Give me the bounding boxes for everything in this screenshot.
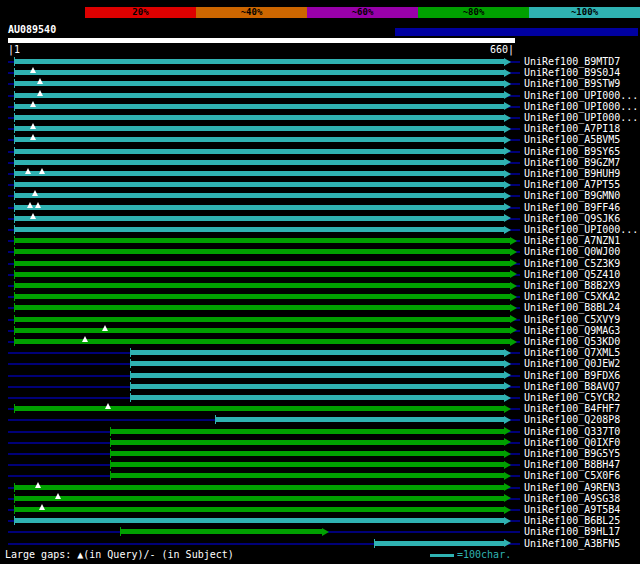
hsp-bar[interactable]	[14, 249, 510, 254]
query-gap-marker-icon	[35, 202, 41, 208]
hsp-bar[interactable]	[14, 59, 504, 64]
hsp-bar[interactable]	[14, 149, 504, 154]
hsp-bar[interactable]	[14, 171, 504, 176]
hsp-bar[interactable]	[14, 137, 504, 142]
hit-label[interactable]: UniRef100_B9GMN0	[524, 190, 620, 201]
hsp-bar[interactable]	[110, 451, 504, 456]
hit-label[interactable]: UniRef100_B9SY65	[524, 146, 620, 157]
hsp-bar[interactable]	[14, 261, 510, 266]
hit-label[interactable]: UniRef100_B9S0J4	[524, 67, 620, 78]
alignment-row: UniRef100_B8BL24	[0, 302, 640, 313]
hsp-bar[interactable]	[14, 272, 510, 277]
hsp-direction-arrow-icon	[504, 80, 511, 88]
hit-label[interactable]: UniRef100_B9HL17	[524, 526, 620, 537]
large-gaps-legend: Large gaps: ▲(in Query)/- (in Subject)	[5, 549, 234, 560]
hsp-bar[interactable]	[14, 227, 504, 232]
hit-label[interactable]: UniRef100_Q0IXF0	[524, 437, 620, 448]
hsp-bar[interactable]	[14, 339, 510, 344]
hit-label[interactable]: UniRef100_A7PT55	[524, 179, 620, 190]
hit-label[interactable]: UniRef100_A7PI18	[524, 123, 620, 134]
hit-label[interactable]: UniRef100_B9HUH9	[524, 168, 620, 179]
hit-label[interactable]: UniRef100_C5YCR2	[524, 392, 620, 403]
hit-label[interactable]: UniRef100_A9SG38	[524, 493, 620, 504]
hsp-bar[interactable]	[14, 518, 504, 523]
hit-label[interactable]: UniRef100_B8BH47	[524, 459, 620, 470]
hit-label[interactable]: UniRef100_B9FF46	[524, 202, 620, 213]
hit-label[interactable]: UniRef100_C5XKA2	[524, 291, 620, 302]
hit-label[interactable]: UniRef100_Q7XML5	[524, 347, 620, 358]
hit-label[interactable]: UniRef100_B8AVQ7	[524, 381, 620, 392]
hsp-bar[interactable]	[14, 485, 504, 490]
hsp-bar[interactable]	[14, 216, 504, 221]
alignment-row: UniRef100_Q53KD0	[0, 336, 640, 347]
hit-label[interactable]: UniRef100_B4FHF7	[524, 403, 620, 414]
hsp-bar[interactable]	[14, 294, 510, 299]
hsp-bar[interactable]	[130, 373, 504, 378]
hit-label[interactable]: UniRef100_B8B2X9	[524, 280, 620, 291]
hsp-bar[interactable]	[14, 496, 504, 501]
hsp-bar[interactable]	[14, 205, 504, 210]
hit-label[interactable]: UniRef100_B9FDX6	[524, 370, 620, 381]
hsp-direction-arrow-icon	[504, 405, 511, 413]
hsp-bar[interactable]	[14, 238, 510, 243]
hit-label[interactable]: UniRef100_B9MTD7	[524, 56, 620, 67]
hsp-bar[interactable]	[14, 93, 504, 98]
hsp-bar[interactable]	[14, 328, 510, 333]
hsp-bar[interactable]	[14, 81, 504, 86]
hsp-bar[interactable]	[130, 395, 504, 400]
hit-label[interactable]: UniRef100_Q0WJ00	[524, 246, 620, 257]
hsp-bar[interactable]	[14, 406, 504, 411]
hsp-bar[interactable]	[110, 473, 504, 478]
hit-label[interactable]: UniRef100_Q5Z410	[524, 269, 620, 280]
hsp-bar[interactable]	[110, 440, 504, 445]
hit-label[interactable]: UniRef100_UPI000...	[524, 224, 638, 235]
hit-label[interactable]: UniRef100_Q53KD0	[524, 336, 620, 347]
alignment-row: UniRef100_UPI000...	[0, 90, 640, 101]
hit-label[interactable]: UniRef100_A9REN3	[524, 482, 620, 493]
hsp-bar[interactable]	[14, 283, 510, 288]
hit-label[interactable]: UniRef100_Q9SJK6	[524, 213, 620, 224]
hsp-bar[interactable]	[14, 507, 504, 512]
hsp-bar[interactable]	[110, 462, 504, 467]
hsp-bar[interactable]	[14, 115, 504, 120]
hsp-direction-arrow-icon	[504, 450, 511, 458]
hit-label[interactable]: UniRef100_Q337T0	[524, 426, 620, 437]
hit-label[interactable]: UniRef100_Q9MAG3	[524, 325, 620, 336]
hsp-bar[interactable]	[14, 160, 504, 165]
hsp-start-tick	[14, 158, 15, 167]
hsp-bar[interactable]	[120, 529, 322, 534]
hsp-bar[interactable]	[130, 361, 504, 366]
hit-label[interactable]: UniRef100_B6BL25	[524, 515, 620, 526]
hit-label[interactable]: UniRef100_A5BVM5	[524, 134, 620, 145]
hsp-bar[interactable]	[14, 182, 504, 187]
hsp-start-tick	[14, 135, 15, 144]
hit-label[interactable]: UniRef100_Q0JEW2	[524, 358, 620, 369]
hsp-bar[interactable]	[14, 305, 510, 310]
hsp-bar[interactable]	[14, 70, 504, 75]
hit-label[interactable]: UniRef100_C5X0F6	[524, 470, 620, 481]
hsp-bar[interactable]	[130, 384, 504, 389]
hit-label[interactable]: UniRef100_UPI000...	[524, 112, 638, 123]
hsp-bar[interactable]	[14, 193, 504, 198]
hit-label[interactable]: UniRef100_C5Z3K9	[524, 258, 620, 269]
hit-label[interactable]: UniRef100_B8BL24	[524, 302, 620, 313]
hit-label[interactable]: UniRef100_Q208P8	[524, 414, 620, 425]
hsp-start-tick	[110, 449, 111, 458]
hsp-bar[interactable]	[14, 104, 504, 109]
alignment-row: UniRef100_A7NZN1	[0, 235, 640, 246]
hit-label[interactable]: UniRef100_B9G5Y5	[524, 448, 620, 459]
hit-label[interactable]: UniRef100_UPI000...	[524, 90, 638, 101]
hsp-bar[interactable]	[215, 417, 504, 422]
hit-label[interactable]: UniRef100_UPI000...	[524, 101, 638, 112]
hsp-bar[interactable]	[374, 541, 503, 546]
hsp-bar[interactable]	[14, 126, 504, 131]
hsp-bar[interactable]	[110, 429, 504, 434]
hit-label[interactable]: UniRef100_B9STW9	[524, 78, 620, 89]
hit-label[interactable]: UniRef100_C5XVY9	[524, 314, 620, 325]
hit-label[interactable]: UniRef100_A9T5B4	[524, 504, 620, 515]
hsp-bar[interactable]	[14, 317, 510, 322]
hit-label[interactable]: UniRef100_A7NZN1	[524, 235, 620, 246]
hit-label[interactable]: UniRef100_A3BFN5	[524, 538, 620, 549]
hit-label[interactable]: UniRef100_B9GZM7	[524, 157, 620, 168]
hsp-bar[interactable]	[130, 350, 504, 355]
